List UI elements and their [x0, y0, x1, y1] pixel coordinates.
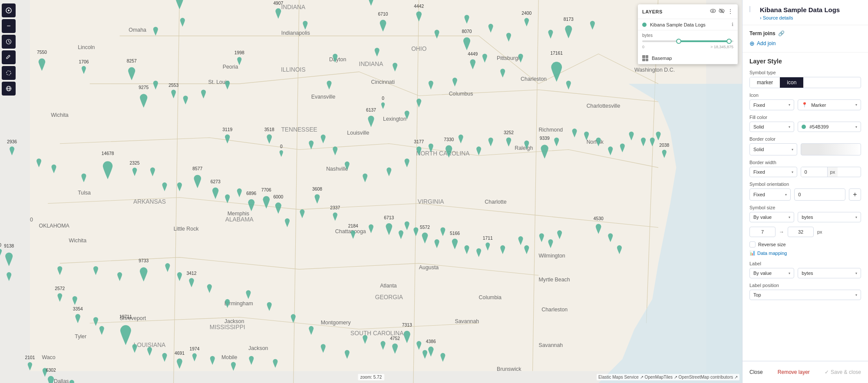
svg-text:2101: 2101 [25, 355, 35, 360]
icon-type-select[interactable]: Fixed ▾ [749, 99, 794, 110]
svg-text:Richmond: Richmond [538, 127, 563, 133]
bytes-slider-thumb-left[interactable] [676, 39, 681, 44]
chevron-down-icon: ▾ [789, 103, 790, 107]
globe-button[interactable] [2, 82, 16, 96]
svg-text:6710: 6710 [378, 12, 388, 17]
svg-text:Charlottesville: Charlottesville [587, 103, 620, 109]
svg-text:3252: 3252 [504, 130, 514, 135]
svg-text:Savannah: Savannah [455, 318, 479, 324]
svg-text:Charleston: Charleston [521, 76, 547, 82]
svg-text:Waco: Waco [42, 354, 55, 360]
time-button[interactable] [2, 35, 16, 49]
icon-toggle-btn[interactable]: icon [780, 77, 803, 88]
grid-icon [642, 55, 648, 61]
pan-button[interactable] [2, 3, 16, 17]
svg-text:2325: 2325 [130, 161, 140, 165]
term-joins-info-icon[interactable]: 🔗 [778, 30, 785, 36]
reverse-size-label: Reverse size [758, 242, 786, 247]
icon-value-select[interactable]: 📍 Marker ▾ [798, 99, 861, 110]
fill-color-select-row: Solid ▾ #54B399 ▾ [749, 122, 861, 132]
label-position-label: Label position [749, 283, 861, 288]
label-position-select[interactable]: Top ▾ [749, 290, 861, 300]
svg-text:1998: 1998 [234, 50, 244, 55]
chevron-down-icon-6: ▾ [792, 170, 793, 174]
map-svg: ILLINOIS INDIANA INDIANA OHIO TENNESSEE … [0, 0, 742, 383]
remove-layer-button[interactable]: Remove layer [778, 366, 810, 378]
border-color-type-select[interactable]: Solid ▾ [749, 143, 797, 155]
layer-item-kibana[interactable]: Kibana Sample Data Logs ℹ [638, 19, 738, 30]
symbol-size-type-select[interactable]: By value ▾ [749, 212, 794, 222]
label-row: Label By value ▾ bytes ▾ [749, 261, 861, 278]
svg-text:3119: 3119 [222, 127, 232, 132]
add-join-button[interactable]: ⊕ Add join [749, 40, 776, 47]
svg-text:NORTH CAROLINA: NORTH CAROLINA [416, 150, 470, 157]
svg-text:Myrtle Beach: Myrtle Beach [538, 277, 570, 283]
svg-text:Lincoln: Lincoln [78, 44, 95, 50]
reverse-size-checkbox[interactable] [749, 241, 756, 248]
fill-color-dot [802, 125, 806, 129]
fill-color-type-select[interactable]: Solid ▾ [749, 122, 794, 132]
border-color-preview [801, 143, 861, 155]
plus-circle-icon: ⊕ [749, 40, 755, 47]
svg-text:6137: 6137 [366, 108, 376, 112]
svg-text:TENNESSEE: TENNESSEE [281, 126, 317, 133]
symbol-orientation-input[interactable] [795, 190, 845, 199]
border-width-input[interactable] [801, 167, 827, 177]
icon-label: Icon [749, 92, 861, 98]
symbol-size-label: Symbol size [749, 205, 861, 210]
symbol-size-unit: px [817, 229, 822, 234]
bytes-slider-fill [679, 40, 729, 42]
symbol-size-max-input[interactable] [788, 227, 814, 237]
label-field-select[interactable]: bytes ▾ [798, 268, 861, 278]
svg-text:2337: 2337 [330, 205, 340, 210]
svg-text:Dallas: Dallas [54, 378, 69, 383]
label-label: Label [749, 261, 861, 266]
svg-text:3412: 3412 [187, 271, 197, 276]
zoom-out-button[interactable]: − [2, 19, 16, 33]
svg-text:Tyler: Tyler [75, 333, 86, 340]
bytes-min: 0 [642, 45, 644, 49]
chevron-down-icon-7: ▾ [785, 193, 787, 197]
save-close-button[interactable]: ✓ Save & close [825, 366, 861, 378]
label-type-select[interactable]: By value ▾ [749, 268, 794, 278]
svg-text:OKLAHOMA: OKLAHOMA [39, 223, 70, 229]
kebab-menu-icon[interactable]: ⋮ [727, 8, 733, 15]
pencil-button[interactable] [2, 50, 16, 64]
svg-text:3354: 3354 [73, 307, 83, 311]
svg-text:3608: 3608 [312, 187, 322, 192]
symbol-orientation-type-select[interactable]: Fixed ▾ [749, 188, 791, 201]
data-mapping-btn[interactable]: 📊 Data mapping [749, 250, 787, 256]
svg-text:6896: 6896 [246, 191, 256, 196]
svg-text:6273: 6273 [211, 179, 221, 184]
svg-point-128 [712, 10, 714, 12]
style-title: Layer Style [749, 58, 861, 65]
layer-name-basemap: Basemap [652, 56, 733, 61]
svg-text:GEORGIA: GEORGIA [375, 294, 403, 300]
fill-color-value-select[interactable]: #54B399 ▾ [798, 122, 861, 132]
panel-header: Kibana Sample Data Logs › Source details [743, 0, 868, 25]
svg-text:3518: 3518 [264, 127, 274, 132]
layer-item-basemap[interactable]: Basemap [638, 53, 738, 64]
eye-off-icon[interactable] [719, 8, 725, 15]
lasso-button[interactable] [2, 66, 16, 80]
border-color-preview-container[interactable] [801, 143, 861, 155]
info-icon[interactable]: ℹ [732, 22, 733, 27]
svg-text:4386: 4386 [426, 339, 436, 344]
close-button[interactable]: Close [749, 366, 763, 378]
marker-toggle-btn[interactable]: marker [750, 77, 780, 88]
symbol-size-min-input[interactable] [749, 227, 776, 237]
symbol-orientation-plus-btn[interactable]: + [849, 188, 861, 201]
symbol-type-toggle[interactable]: marker icon [749, 77, 861, 88]
bytes-slider-thumb-right[interactable] [726, 39, 732, 44]
symbol-size-field-select[interactable]: bytes ▾ [798, 212, 861, 222]
border-width-type-select[interactable]: Fixed ▾ [749, 167, 797, 177]
svg-text:Pittsburgh: Pittsburgh [497, 55, 521, 61]
layers-title: LAYERS [642, 9, 706, 14]
svg-point-123 [7, 71, 11, 75]
bytes-slider[interactable] [642, 40, 733, 42]
svg-text:Omaha: Omaha [129, 27, 146, 33]
source-details-link[interactable]: › Source details [760, 15, 861, 20]
border-width-unit: px [827, 167, 838, 177]
svg-text:2038: 2038 [659, 143, 669, 148]
eye-icon[interactable] [710, 8, 716, 15]
